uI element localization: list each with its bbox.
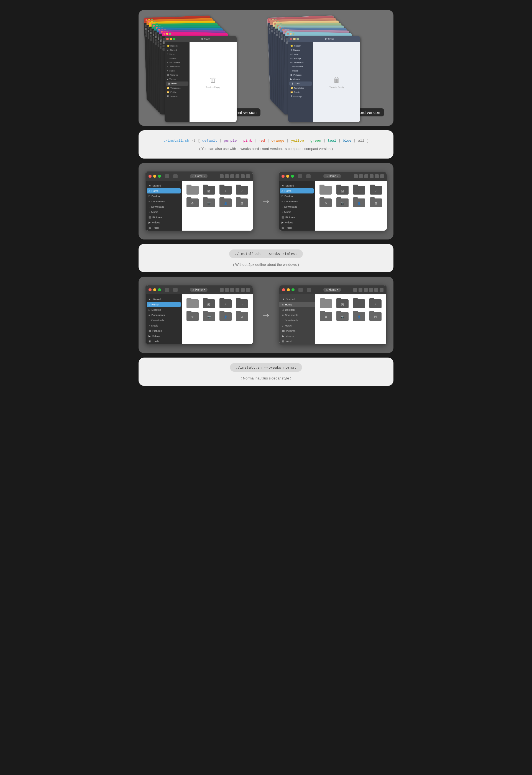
normal-before-after: ⌂ Home ▾: [145, 285, 387, 345]
videos-label-after: Videos: [285, 221, 293, 224]
n-toolbar-icons: [220, 288, 250, 292]
sidebar-pictures-after[interactable]: ▦ Pictures: [279, 214, 315, 220]
sidebar-pictures[interactable]: ▦ Pictures: [146, 214, 182, 220]
normal-after: ⌂ Home ▾: [279, 285, 387, 345]
folder-3: ↓: [219, 185, 232, 194]
folder-2: ⊠: [202, 185, 216, 194]
sidebar-starred[interactable]: ★ Starred: [146, 183, 182, 188]
music-label: Music: [151, 210, 158, 213]
n-sidebar-trash[interactable]: ⊠ Trash: [146, 339, 182, 344]
normal-arrow-icon: →: [261, 309, 271, 321]
breadcrumb-pill-after: ⌂ Home ▾: [323, 174, 341, 178]
na-sidebar-music[interactable]: ♪ Music: [279, 323, 315, 328]
n-sidebar-documents[interactable]: ≡ Documents: [146, 312, 182, 318]
folder-icon-3: ↓: [219, 185, 232, 194]
desktop-label: Desktop: [152, 194, 161, 198]
music-icon: ♪: [149, 210, 150, 213]
sidebar-music[interactable]: ♪ Music: [146, 209, 182, 214]
breadcrumb-text-after: Home: [329, 175, 336, 178]
sidebar-desktop[interactable]: □ Desktop: [146, 193, 182, 199]
sidebar-trash-after[interactable]: ⊠ Trash: [279, 225, 315, 230]
minimize-icon-after: [370, 174, 374, 178]
rimless-command-badge: ./install.sh --tweaks rimless: [229, 249, 303, 258]
n-sidebar-starred[interactable]: ★ Starred: [146, 296, 182, 302]
n-sidebar-music[interactable]: ♪ Music: [146, 323, 182, 328]
n-sidebar-home[interactable]: ⌂ Home: [147, 302, 181, 307]
folder-icon-4: ♪: [236, 185, 248, 194]
minimize-icon: [236, 174, 239, 178]
n-fm-main-before: ⊠ ↓ ♪ ⚙ 📷 👤 🖼: [182, 294, 253, 344]
folder-icon-2: ⊠: [203, 185, 215, 194]
color-themes-section: 🗑 Trash ⭐ Recent ★ Starred ⌂ Home □ Desk…: [139, 10, 393, 126]
normal-command-container: ./install.sh --tweaks normal: [145, 363, 387, 374]
nord-version-panel: 🗑 Trash ⭐ Recent ★ Starred ⌂ Home □ Desk…: [269, 17, 387, 119]
rimless-command-container: ./install.sh --tweaks rimless: [145, 249, 387, 261]
videos-icon: ▶: [149, 221, 151, 224]
docs-icon: ≡: [149, 200, 150, 203]
na-sidebar-pictures[interactable]: ▦ Pictures: [279, 328, 315, 333]
sidebar-documents[interactable]: ≡ Documents: [146, 199, 182, 204]
normal-titlebar-before: ⌂ Home ▾: [146, 285, 253, 294]
sidebar-videos-after[interactable]: ▶ Videos: [279, 220, 315, 225]
na-dot-green: [291, 288, 295, 291]
sidebar-home[interactable]: ⌂ Home: [147, 188, 181, 193]
docs-label: Documents: [152, 200, 165, 203]
n-breadcrumb-text: Home: [195, 288, 203, 291]
normal-command-badge: ./install.sh --tweaks normal: [230, 363, 302, 372]
na-sidebar-starred[interactable]: ★ Starred: [279, 296, 315, 302]
folder-after-6: 📷: [336, 197, 350, 207]
trash-icon-after: ⊠: [282, 226, 284, 229]
maximize-icon-after: [375, 174, 379, 178]
sidebar-documents-after[interactable]: ≡ Documents: [279, 199, 315, 204]
nav-fwd: [173, 174, 178, 178]
na-sidebar-home[interactable]: ⌂ Home: [279, 302, 315, 307]
star-icon: ★: [149, 184, 151, 187]
na-toolbar-icons: [353, 288, 383, 292]
sidebar-home-after[interactable]: ⌂ Home: [280, 188, 314, 193]
desktop-label-after: Desktop: [285, 194, 294, 198]
folder-after-7: 👤: [352, 197, 366, 207]
rimless-before-after: ⌂ Home ▾: [145, 171, 387, 231]
trash-icon: ⊠: [149, 226, 151, 229]
na-dot-yellow: [287, 288, 290, 291]
normal-version-panel: 🗑 Trash ⭐ Recent ★ Starred ⌂ Home □ Desk…: [145, 17, 263, 119]
na-sidebar-desktop[interactable]: □ Desktop: [279, 307, 315, 312]
pictures-icon-after: ▦: [282, 216, 284, 219]
n-sidebar-downloads[interactable]: ↓ Downloads: [146, 318, 182, 323]
na-sidebar-documents[interactable]: ≡ Documents: [279, 312, 315, 318]
sidebar-downloads[interactable]: ↓ Downloads: [146, 204, 182, 209]
home-label: Home: [152, 189, 158, 192]
normal-titlebar-after: ⌂ Home ▾: [279, 285, 386, 294]
n-sidebar-desktop[interactable]: □ Desktop: [146, 307, 182, 312]
dot-yellow: [153, 175, 156, 178]
arrow-container: →: [258, 195, 274, 207]
folder-8: 🖼: [235, 197, 249, 207]
sidebar-downloads-after[interactable]: ↓ Downloads: [279, 204, 315, 209]
home-icon-after: ⌂: [282, 189, 283, 192]
n-dot-red: [149, 288, 152, 291]
na-sidebar-videos[interactable]: ▶ Videos: [279, 333, 315, 339]
na-sidebar-downloads[interactable]: ↓ Downloads: [279, 318, 315, 323]
folder-5: ⚙: [186, 197, 199, 207]
n-dot-yellow: [153, 288, 156, 291]
folder-after-5: ⚙: [319, 197, 333, 207]
n-breadcrumb-pill: ⌂ Home ▾: [190, 288, 208, 292]
sidebar-starred-after[interactable]: ★ Starred: [279, 183, 315, 188]
folder-after-3: ↓: [352, 185, 366, 194]
sidebar-trash[interactable]: ⊠ Trash: [146, 225, 182, 230]
n-sidebar-pictures[interactable]: ▦ Pictures: [146, 328, 182, 333]
sidebar-desktop-after[interactable]: □ Desktop: [279, 193, 315, 199]
na-fm-body: ★ Starred ⌂ Home □ Desktop ≡: [279, 294, 386, 344]
install-note: ( You can also use with --tweaks nord : …: [145, 147, 387, 151]
trash-label: Trash: [152, 226, 159, 229]
sidebar-videos[interactable]: ▶ Videos: [146, 220, 182, 225]
sidebar-music-after[interactable]: ♪ Music: [279, 209, 315, 214]
sidebar-before: ★ Starred ⌂ Home □ Desktop ≡: [146, 181, 182, 231]
na-sidebar: ★ Starred ⌂ Home □ Desktop ≡: [279, 294, 315, 344]
na-sidebar-trash[interactable]: ⊠ Trash: [279, 339, 315, 344]
fm-body-before: ★ Starred ⌂ Home □ Desktop ≡: [146, 181, 253, 231]
folder-1: [186, 185, 199, 194]
install-command-section: ./install.sh -t [ default | purple | pin…: [139, 130, 393, 158]
downloads-icon: ↓: [149, 205, 150, 208]
n-sidebar-videos[interactable]: ▶ Videos: [146, 333, 182, 339]
